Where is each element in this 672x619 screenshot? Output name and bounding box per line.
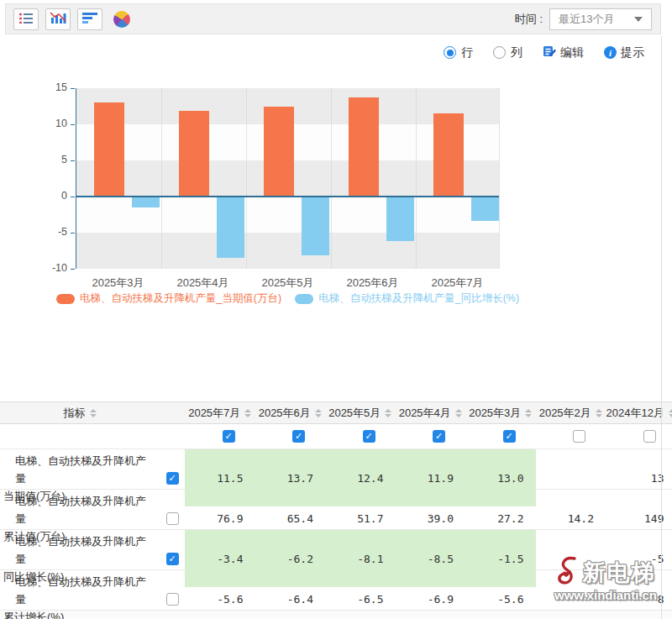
bar-chart-view-button[interactable] bbox=[45, 8, 71, 30]
legend-swatch-icon bbox=[295, 294, 313, 304]
month-header-cell[interactable]: 2025年7月 bbox=[185, 402, 255, 423]
legend-item-yoy-growth[interactable]: 电梯、自动扶梯及升降机产量_同比增长(%) bbox=[295, 291, 519, 306]
time-range-value: 最近13个月 bbox=[559, 12, 614, 27]
bar-yoy-growth[interactable] bbox=[471, 197, 499, 221]
sort-icon bbox=[455, 409, 462, 417]
y-tick-mark bbox=[71, 269, 75, 270]
bar-current-value[interactable] bbox=[349, 97, 379, 197]
data-cell: -6.5 bbox=[325, 570, 396, 619]
bar-current-value[interactable] bbox=[264, 107, 294, 197]
column-checkbox[interactable]: ✓ bbox=[363, 430, 375, 443]
month-header-label: 2024年12月 bbox=[606, 406, 664, 421]
sort-icon bbox=[90, 409, 97, 417]
tip-button[interactable]: i 提示 bbox=[604, 45, 644, 60]
row-checkbox[interactable] bbox=[166, 593, 179, 606]
chart-plot bbox=[76, 88, 500, 269]
bar-current-value[interactable] bbox=[94, 102, 124, 197]
radio-unselected-icon bbox=[493, 46, 506, 59]
legend-swatch-icon bbox=[56, 294, 75, 304]
edit-label: 编辑 bbox=[560, 45, 584, 60]
chart-controls: 行 列 编辑 i 提示 bbox=[444, 45, 644, 60]
column-checkbox[interactable] bbox=[573, 430, 585, 443]
radio-selected-icon bbox=[444, 46, 456, 59]
x-tick-label: 2025年7月 bbox=[415, 275, 500, 291]
bar-group bbox=[246, 88, 331, 269]
column-checkbox[interactable]: ✓ bbox=[503, 430, 516, 443]
row-checkbox[interactable]: ✓ bbox=[166, 553, 179, 565]
indicator-name-line1: 电梯、自动扶梯及升降机产量 bbox=[3, 533, 155, 569]
column-checkbox-row: ✓✓✓✓✓ bbox=[0, 424, 672, 449]
legend-label: 电梯、自动扶梯及升降机产量_当期值(万台) bbox=[80, 291, 281, 306]
data-cell: -5.6 bbox=[465, 570, 536, 619]
y-tick-label: -10 bbox=[39, 262, 67, 274]
sort-icon bbox=[596, 409, 602, 417]
bar-chart: 151050-5-10 2025年3月2025年4月2025年5月2025年6月… bbox=[0, 80, 554, 323]
y-tick-mark bbox=[71, 160, 75, 161]
bar-current-value[interactable] bbox=[179, 111, 209, 197]
pie-chart-view-button[interactable] bbox=[109, 8, 134, 30]
chevron-down-icon bbox=[634, 17, 643, 22]
column-checkbox-cell: ✓ bbox=[185, 424, 255, 449]
column-checkbox[interactable]: ✓ bbox=[223, 430, 235, 443]
month-header-label: 2025年5月 bbox=[328, 406, 381, 421]
row-checkbox-cell bbox=[160, 570, 185, 619]
y-tick-mark bbox=[71, 124, 75, 125]
dashboard-panel: 时间 : 最近13个月 行 列 编辑 bbox=[0, 0, 672, 619]
column-checkbox-cell bbox=[536, 424, 606, 449]
y-tick-label: 0 bbox=[39, 190, 67, 202]
column-checkbox-cell: ✓ bbox=[325, 424, 396, 449]
bar-yoy-growth[interactable] bbox=[302, 197, 329, 255]
y-tick-label: 10 bbox=[39, 118, 67, 129]
x-tick-label: 2025年4月 bbox=[160, 275, 245, 291]
bar-current-value[interactable] bbox=[433, 113, 464, 197]
horizontal-bar-view-button[interactable] bbox=[77, 8, 102, 30]
y-tick-label: 5 bbox=[39, 154, 67, 165]
month-header-label: 2025年4月 bbox=[399, 406, 451, 421]
sort-icon bbox=[244, 409, 251, 417]
column-checkbox[interactable] bbox=[643, 430, 656, 443]
month-header-cell[interactable]: 2025年6月 bbox=[255, 402, 326, 423]
month-header-cell[interactable]: 2025年3月 bbox=[465, 402, 536, 423]
watermark-url: www.xindianti.cn bbox=[543, 588, 669, 602]
radio-row-option[interactable]: 行 bbox=[444, 45, 473, 60]
month-header-cell[interactable]: 2025年2月 bbox=[536, 402, 606, 423]
bar-group bbox=[331, 88, 416, 269]
table-row: 电梯、自动扶梯及升降机产量累计值(万台)76.965.451.739.027.2… bbox=[0, 490, 672, 530]
column-checkbox-cell bbox=[606, 424, 672, 449]
bar-yoy-growth[interactable] bbox=[386, 197, 414, 241]
month-header-label: 2025年7月 bbox=[188, 406, 240, 421]
bar-yoy-growth[interactable] bbox=[132, 197, 160, 207]
bar-group bbox=[76, 88, 161, 269]
indicator-header-cell[interactable]: 指标 bbox=[0, 402, 160, 423]
month-header-label: 2025年6月 bbox=[259, 406, 311, 421]
month-header-cell[interactable]: 2024年12月 bbox=[606, 402, 672, 423]
month-header-cell[interactable]: 2025年4月 bbox=[396, 402, 466, 423]
list-view-button[interactable] bbox=[13, 8, 39, 30]
data-cell: -6.4 bbox=[255, 570, 326, 619]
column-checkbox-cell: ✓ bbox=[396, 424, 466, 449]
legend-label: 电梯、自动扶梯及升降机产量_同比增长(%) bbox=[318, 291, 519, 306]
xindianti-logo-icon bbox=[556, 556, 581, 590]
row-checkbox[interactable]: ✓ bbox=[166, 472, 179, 485]
column-checkbox[interactable]: ✓ bbox=[433, 430, 445, 443]
column-checkbox[interactable]: ✓ bbox=[292, 430, 305, 443]
legend-item-current-value[interactable]: 电梯、自动扶梯及升降机产量_当期值(万台) bbox=[56, 291, 281, 306]
radio-column-option[interactable]: 列 bbox=[493, 45, 522, 60]
view-switcher bbox=[13, 8, 134, 30]
horizontal-bar-icon bbox=[81, 12, 98, 27]
list-view-icon bbox=[18, 12, 34, 27]
radio-row-label: 行 bbox=[461, 45, 473, 60]
row-checkbox[interactable] bbox=[166, 512, 179, 525]
y-tick-mark bbox=[71, 88, 75, 89]
edit-button[interactable]: 编辑 bbox=[543, 45, 584, 60]
month-header-cell[interactable]: 2025年5月 bbox=[325, 402, 396, 423]
info-icon: i bbox=[604, 46, 617, 59]
sort-icon bbox=[315, 409, 322, 417]
y-tick-label: 15 bbox=[39, 81, 67, 93]
data-cell: -6.9 bbox=[396, 570, 466, 619]
x-tick-label: 2025年3月 bbox=[76, 275, 160, 291]
y-tick-mark bbox=[71, 233, 75, 233]
time-range-dropdown[interactable]: 最近13个月 bbox=[549, 8, 652, 30]
bar-yoy-growth[interactable] bbox=[217, 197, 244, 258]
y-tick-label: -5 bbox=[39, 226, 67, 238]
